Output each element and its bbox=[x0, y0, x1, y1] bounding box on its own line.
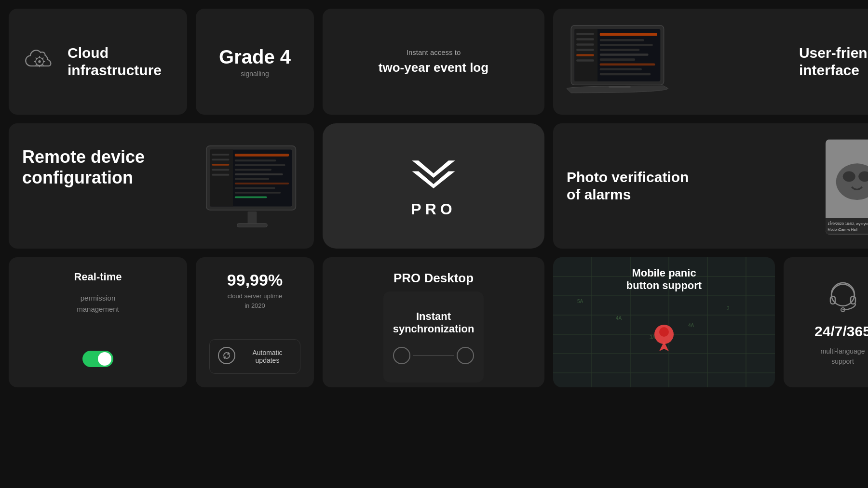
main-grid: Cloud infrastructure Grade 4 signalling … bbox=[0, 0, 868, 488]
svg-rect-41 bbox=[235, 197, 267, 198]
svg-rect-21 bbox=[600, 73, 651, 76]
svg-rect-45 bbox=[212, 169, 229, 171]
svg-rect-37 bbox=[235, 178, 269, 180]
svg-rect-39 bbox=[235, 187, 275, 189]
card-event-log: Instant access to two-year event log bbox=[323, 9, 544, 115]
sync-circle-right bbox=[457, 347, 474, 364]
svg-point-1 bbox=[38, 60, 41, 63]
svg-rect-20 bbox=[600, 68, 642, 70]
sync-section: Instant synchronization bbox=[383, 291, 484, 382]
svg-text:4A: 4A bbox=[616, 316, 622, 321]
laptop-mockup bbox=[567, 23, 673, 100]
user-interface-title: User-friendly interface bbox=[799, 44, 868, 79]
headset-icon bbox=[824, 278, 862, 318]
card-pro-logo: PRO bbox=[323, 123, 544, 249]
permission-toggle[interactable] bbox=[82, 351, 113, 374]
cloud-settings-icon bbox=[22, 43, 57, 80]
svg-rect-47 bbox=[247, 211, 257, 224]
user-interface-title-text: User-friendly interface bbox=[799, 44, 868, 79]
photo-title-text: Photo verification of alarms bbox=[567, 169, 689, 203]
cloud-title-text: Cloud infrastructure bbox=[68, 44, 162, 79]
svg-point-51 bbox=[843, 171, 855, 182]
svg-rect-42 bbox=[212, 154, 229, 156]
alarm-photo-image: 10/9/2020 16:52, wykryto-ruch. MotionCam… bbox=[826, 139, 868, 235]
svg-rect-13 bbox=[600, 33, 657, 36]
svg-rect-16 bbox=[600, 49, 639, 51]
remote-title-text: Remote device configuration bbox=[22, 137, 145, 188]
card-mobile-panic: Mobile panic button support bbox=[553, 257, 775, 387]
event-log-subtitle: Instant access to bbox=[407, 48, 461, 56]
svg-text:MotionCam w Hall: MotionCam w Hall bbox=[827, 227, 857, 232]
svg-rect-44 bbox=[212, 164, 229, 166]
svg-rect-14 bbox=[600, 39, 644, 41]
svg-rect-19 bbox=[600, 63, 655, 66]
sync-title: Instant synchronization bbox=[393, 310, 475, 335]
svg-rect-25 bbox=[576, 49, 594, 51]
svg-rect-43 bbox=[212, 158, 229, 160]
svg-text:4A: 4A bbox=[688, 323, 694, 328]
realtime-subtitle: Real-time bbox=[74, 271, 122, 283]
monitor-mockup bbox=[204, 144, 300, 235]
svg-rect-34 bbox=[235, 164, 285, 166]
svg-rect-48 bbox=[237, 224, 268, 227]
svg-line-6 bbox=[36, 58, 37, 59]
auto-updates-icon bbox=[217, 346, 236, 367]
svg-text:5A: 5A bbox=[577, 299, 583, 304]
card-grade: Grade 4 signalling bbox=[196, 9, 314, 115]
svg-rect-46 bbox=[212, 174, 229, 176]
svg-rect-38 bbox=[235, 183, 289, 185]
svg-rect-32 bbox=[235, 154, 289, 157]
realtime-description: permission management bbox=[77, 293, 119, 315]
svg-point-56 bbox=[218, 347, 235, 364]
photo-title: Photo verification of alarms bbox=[567, 169, 689, 203]
svg-line-8 bbox=[42, 58, 43, 59]
svg-rect-22 bbox=[576, 33, 594, 35]
svg-rect-18 bbox=[600, 58, 635, 61]
sync-indicators bbox=[393, 347, 475, 364]
auto-updates-section: Automatic updates bbox=[209, 339, 300, 374]
uptime-value: 99,99% bbox=[227, 271, 283, 290]
grade-subtitle: signalling bbox=[241, 70, 269, 78]
auto-updates-label: Automatic updates bbox=[243, 349, 292, 364]
svg-line-9 bbox=[36, 65, 37, 66]
svg-rect-27 bbox=[576, 59, 594, 62]
card-pro-desktop: PRO Desktop Instant synchronization bbox=[323, 257, 544, 387]
svg-text:3: 3 bbox=[727, 306, 730, 311]
sync-circle-left bbox=[393, 347, 410, 364]
svg-point-75 bbox=[659, 327, 669, 337]
svg-text:10/9/2020 16:52, wykryto-ruch.: 10/9/2020 16:52, wykryto-ruch. bbox=[827, 222, 868, 226]
card-photo-verification: Photo verification of alarms 10/9/2020 1… bbox=[553, 123, 868, 249]
sync-line bbox=[413, 355, 454, 356]
grade-value: Grade 4 bbox=[219, 46, 291, 68]
card-realtime-permissions: Real-time permission management bbox=[9, 257, 187, 387]
card-uptime: 99,99% cloud server uptime in 2020 Autom… bbox=[196, 257, 314, 387]
svg-rect-33 bbox=[235, 159, 276, 161]
support-description: multi-language support bbox=[821, 346, 865, 367]
mobile-title-text: Mobile panic button support bbox=[626, 267, 702, 292]
svg-line-7 bbox=[42, 65, 43, 66]
svg-rect-31 bbox=[210, 149, 233, 206]
pro-chevron-icon bbox=[405, 154, 462, 193]
card-remote-config: Remote device configuration bbox=[9, 123, 314, 249]
auto-updates-row: Automatic updates bbox=[209, 339, 300, 374]
support-value: 24/7/365 bbox=[814, 323, 868, 340]
pro-logo-text: PRO bbox=[411, 200, 456, 218]
card-cloud-infrastructure: Cloud infrastructure bbox=[9, 9, 187, 115]
pro-desktop-title: PRO Desktop bbox=[380, 257, 487, 291]
card-support: 24/7/365 multi-language support bbox=[784, 257, 868, 387]
remote-title: Remote device configuration bbox=[22, 146, 145, 188]
card-user-interface: User-friendly interface bbox=[553, 9, 868, 115]
svg-rect-23 bbox=[576, 38, 594, 40]
svg-rect-35 bbox=[235, 169, 271, 171]
event-log-title: two-year event log bbox=[379, 60, 488, 75]
svg-rect-26 bbox=[576, 54, 594, 56]
svg-rect-28 bbox=[609, 86, 631, 88]
svg-rect-17 bbox=[600, 53, 649, 56]
svg-rect-40 bbox=[235, 192, 281, 194]
svg-rect-24 bbox=[576, 43, 594, 46]
uptime-description: cloud server uptime in 2020 bbox=[227, 291, 283, 310]
svg-rect-36 bbox=[235, 173, 283, 175]
svg-rect-15 bbox=[600, 44, 653, 46]
mobile-title: Mobile panic button support bbox=[626, 267, 702, 292]
